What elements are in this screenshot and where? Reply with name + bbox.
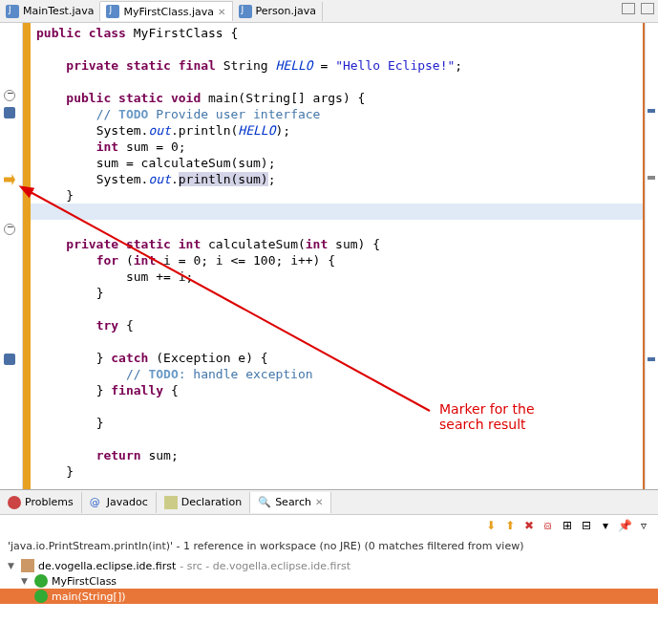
next-match-down-icon[interactable]: ⬇: [482, 517, 499, 534]
search-icon: 🔍: [258, 496, 271, 509]
tab-myfirstclass[interactable]: MyFirstClass.java ✕: [100, 1, 232, 21]
code-area[interactable]: public class MyFirstClass { private stat…: [31, 23, 645, 489]
close-icon[interactable]: ✕: [315, 497, 323, 507]
method-icon: [34, 590, 48, 603]
editor-tab-bar: MainTest.java MyFirstClass.java ✕ Person…: [0, 0, 658, 23]
collapse-all-icon[interactable]: ⊟: [578, 517, 595, 534]
fold-marker[interactable]: [4, 90, 15, 101]
class-icon: [34, 574, 48, 588]
expand-all-icon[interactable]: ⊞: [559, 517, 576, 534]
overview-ruler[interactable]: [645, 23, 658, 489]
gutter[interactable]: [0, 23, 23, 489]
expand-icon[interactable]: ▼: [21, 576, 31, 586]
tree-row-class[interactable]: ▼ MyFirstClass: [8, 573, 650, 589]
javadoc-icon: @: [90, 496, 103, 509]
left-ruler: [23, 23, 31, 489]
tree-row-method[interactable]: main(String[]): [0, 589, 658, 604]
tab-maintest[interactable]: MainTest.java: [0, 2, 100, 21]
code-editor: public class MyFirstClass { private stat…: [0, 23, 658, 489]
fold-marker[interactable]: [4, 224, 15, 235]
view-menu-icon[interactable]: ▿: [635, 517, 652, 534]
expand-icon[interactable]: ▼: [8, 561, 17, 570]
declaration-icon: [164, 496, 178, 509]
java-file-icon: [106, 5, 119, 18]
tree-row-package[interactable]: ▼ de.vogella.eclipse.ide.first - src - d…: [8, 558, 650, 573]
remove-all-icon[interactable]: ⦻: [540, 517, 557, 534]
tab-label: MyFirstClass.java: [123, 6, 214, 18]
tab-declaration[interactable]: Declaration: [157, 492, 250, 513]
next-match-up-icon[interactable]: ⬆: [501, 517, 519, 534]
overview-marker[interactable]: [647, 109, 655, 113]
task-marker[interactable]: [4, 107, 15, 118]
search-toolbar: ⬇ ⬆ ✖ ⦻ ⊞ ⊟ ▾ 📌 ▿: [0, 515, 658, 536]
java-file-icon: [239, 5, 252, 18]
remove-match-icon[interactable]: ✖: [520, 517, 538, 534]
tab-person[interactable]: Person.java: [233, 2, 324, 21]
search-results-tree[interactable]: ▼ de.vogella.eclipse.ide.first - src - d…: [0, 556, 658, 606]
close-icon[interactable]: ✕: [218, 7, 225, 17]
tab-label: MainTest.java: [23, 5, 94, 17]
tab-javadoc[interactable]: @Javadoc: [82, 492, 157, 513]
package-icon: [21, 559, 34, 572]
java-file-icon: [6, 5, 19, 18]
overview-marker[interactable]: [647, 357, 655, 361]
view-tab-bar: Problems @Javadoc Declaration 🔍Search✕: [0, 490, 658, 515]
search-result-marker[interactable]: [4, 174, 15, 185]
search-status: 'java.io.PrintStream.println(int)' - 1 r…: [0, 536, 658, 556]
tab-search[interactable]: 🔍Search✕: [250, 492, 331, 513]
tab-problems[interactable]: Problems: [0, 492, 82, 513]
pin-icon[interactable]: 📌: [616, 517, 633, 534]
tab-label: Person.java: [256, 5, 317, 17]
problems-icon: [8, 496, 21, 509]
task-marker[interactable]: [4, 354, 15, 365]
bottom-panel: Problems @Javadoc Declaration 🔍Search✕ ⬇…: [0, 489, 658, 606]
maximize-button[interactable]: [641, 3, 654, 14]
history-icon[interactable]: ▾: [597, 517, 614, 534]
minimize-button[interactable]: [622, 3, 635, 14]
overview-marker[interactable]: [647, 176, 655, 180]
